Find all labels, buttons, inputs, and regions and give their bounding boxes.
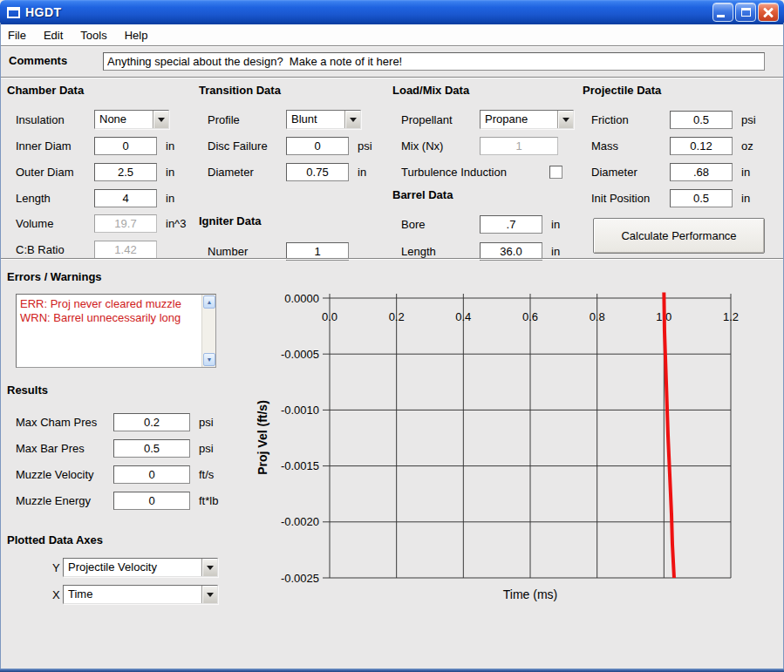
errors-section: Errors / Warnings ERR: Proj never cleare… bbox=[7, 270, 225, 375]
close-button[interactable] bbox=[758, 3, 779, 22]
projectile-diameter-label: Diameter bbox=[591, 166, 670, 179]
insulation-label: Insulation bbox=[16, 113, 94, 126]
titlebar[interactable]: HGDT bbox=[0, 0, 784, 24]
profile-value: Blunt bbox=[287, 111, 344, 128]
maximize-button[interactable] bbox=[735, 3, 756, 22]
errors-scrollbar[interactable]: ▲ ▼ bbox=[201, 295, 215, 367]
menu-edit[interactable]: Edit bbox=[44, 26, 72, 44]
minimize-button[interactable] bbox=[712, 3, 733, 22]
disc-failure-input[interactable] bbox=[286, 137, 349, 155]
transition-diameter-unit: in bbox=[358, 166, 366, 179]
warning-line: WRN: Barrel unnecessarily long bbox=[20, 311, 198, 325]
inner-diam-unit: in bbox=[166, 139, 174, 153]
chamber-length-input[interactable] bbox=[94, 189, 157, 207]
menubar: File Edit Tools Help bbox=[0, 24, 784, 45]
turbulence-checkbox[interactable] bbox=[549, 166, 562, 179]
volume-unit: in^3 bbox=[166, 217, 186, 230]
chevron-down-icon[interactable] bbox=[201, 559, 217, 576]
svg-text:0.4: 0.4 bbox=[455, 310, 471, 323]
loadmix-data-section: Load/Mix Data Propellant Propane Mix (Nx… bbox=[392, 84, 581, 262]
inner-diam-input[interactable] bbox=[94, 137, 157, 155]
max-cham-pres-label: Max Cham Pres bbox=[16, 416, 113, 429]
muzzle-energy-unit: ft*lb bbox=[199, 494, 218, 507]
svg-text:-0.0020: -0.0020 bbox=[281, 515, 319, 528]
init-position-input[interactable] bbox=[670, 189, 733, 207]
y-axis-select-label: Y bbox=[52, 561, 63, 574]
projectile-diameter-input[interactable] bbox=[670, 163, 733, 181]
outer-diam-unit: in bbox=[166, 166, 174, 179]
muzzle-velocity-unit: ft/s bbox=[199, 468, 214, 481]
outer-diam-input[interactable] bbox=[94, 163, 157, 181]
y-axis-select[interactable]: Projectile Velocity bbox=[63, 558, 218, 577]
cb-ratio-field bbox=[94, 241, 157, 259]
insulation-select[interactable]: None bbox=[94, 110, 169, 129]
bore-input[interactable] bbox=[480, 215, 542, 234]
max-bar-pres-unit: psi bbox=[199, 442, 214, 455]
divider bbox=[0, 45, 784, 46]
muzzle-velocity-field[interactable] bbox=[113, 465, 190, 484]
divider bbox=[0, 258, 784, 259]
friction-input[interactable] bbox=[670, 111, 733, 129]
muzzle-velocity-label: Muzzle Velocity bbox=[16, 468, 113, 481]
menu-tools[interactable]: Tools bbox=[80, 26, 115, 44]
max-bar-pres-field[interactable] bbox=[113, 439, 190, 458]
disc-failure-label: Disc Failure bbox=[208, 139, 286, 153]
profile-label: Profile bbox=[208, 113, 286, 126]
mass-input[interactable] bbox=[670, 137, 733, 155]
propellant-label: Propellant bbox=[401, 113, 480, 126]
menu-help[interactable]: Help bbox=[125, 26, 157, 44]
loadmix-data-title: Load/Mix Data bbox=[392, 84, 469, 97]
max-cham-pres-field[interactable] bbox=[113, 413, 190, 431]
svg-text:1.2: 1.2 bbox=[723, 310, 739, 323]
init-position-unit: in bbox=[741, 192, 750, 205]
muzzle-energy-field[interactable] bbox=[113, 492, 190, 510]
x-axis-select-value: Time bbox=[64, 586, 201, 603]
errors-listbox[interactable]: ERR: Proj never cleared muzzle WRN: Barr… bbox=[16, 294, 216, 368]
projectile-diameter-unit: in bbox=[741, 166, 750, 179]
volume-field bbox=[94, 214, 157, 233]
window-border bbox=[0, 23, 1, 672]
svg-text:0.0000: 0.0000 bbox=[284, 292, 319, 305]
transition-data-title: Transition Data bbox=[199, 84, 281, 97]
x-axis-select[interactable]: Time bbox=[63, 585, 218, 604]
igniter-number-label: Number bbox=[208, 245, 286, 258]
menu-file[interactable]: File bbox=[8, 26, 35, 44]
barrel-length-label: Length bbox=[401, 245, 480, 258]
scroll-up-icon[interactable]: ▲ bbox=[203, 295, 215, 309]
barrel-data-title: Barrel Data bbox=[392, 188, 453, 201]
mass-unit: oz bbox=[741, 139, 753, 153]
max-bar-pres-label: Max Bar Pres bbox=[16, 442, 113, 455]
muzzle-energy-label: Muzzle Energy bbox=[16, 494, 113, 507]
transition-data-section: Transition Data Profile Blunt Disc Failu… bbox=[199, 84, 387, 262]
init-position-label: Init Position bbox=[591, 192, 670, 205]
svg-text:-0.0010: -0.0010 bbox=[281, 404, 319, 417]
transition-diameter-input[interactable] bbox=[286, 163, 349, 181]
barrel-length-unit: in bbox=[551, 245, 560, 258]
app-icon bbox=[7, 7, 20, 18]
chamber-length-label: Length bbox=[16, 192, 94, 205]
plotted-axes-title: Plotted Data Axes bbox=[7, 533, 103, 546]
outer-diam-label: Outer Diam bbox=[16, 166, 94, 179]
turbulence-label: Turbulence Induction bbox=[401, 166, 507, 179]
calculate-performance-button[interactable]: Calculate Performance bbox=[593, 218, 765, 254]
svg-text:0.6: 0.6 bbox=[522, 310, 538, 323]
projectile-data-title: Projectile Data bbox=[583, 84, 661, 97]
chevron-down-icon[interactable] bbox=[153, 111, 168, 128]
maximize-icon bbox=[741, 8, 751, 17]
friction-unit: psi bbox=[741, 113, 756, 126]
error-line: ERR: Proj never cleared muzzle bbox=[20, 297, 198, 311]
comments-label: Comments bbox=[9, 54, 67, 67]
scroll-down-icon[interactable]: ▼ bbox=[203, 353, 215, 366]
chevron-down-icon[interactable] bbox=[201, 586, 217, 603]
chevron-down-icon[interactable] bbox=[344, 111, 360, 128]
svg-text:-0.0025: -0.0025 bbox=[281, 572, 319, 585]
x-axis-title: Time (ms) bbox=[503, 587, 557, 601]
chevron-down-icon[interactable] bbox=[557, 111, 573, 128]
profile-select[interactable]: Blunt bbox=[286, 110, 361, 129]
bore-unit: in bbox=[551, 218, 560, 231]
cb-ratio-label: C:B Ratio bbox=[16, 243, 94, 256]
comments-input[interactable] bbox=[103, 52, 765, 71]
chamber-length-unit: in bbox=[166, 192, 174, 205]
x-axis-select-label: X bbox=[52, 588, 63, 601]
propellant-select[interactable]: Propane bbox=[480, 110, 574, 129]
